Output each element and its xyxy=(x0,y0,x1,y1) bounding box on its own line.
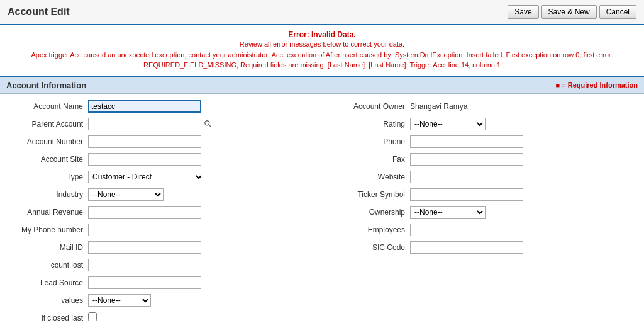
fax-row: Fax xyxy=(328,152,638,167)
annual-revenue-row: Annual Revenue xyxy=(6,205,316,220)
error-title: Error: Invalid Data. xyxy=(8,30,636,39)
count-lost-input[interactable] xyxy=(88,259,201,271)
account-number-control xyxy=(88,135,316,148)
svg-line-1 xyxy=(209,125,211,127)
website-input[interactable] xyxy=(410,171,523,183)
ownership-label: Ownership xyxy=(328,208,410,217)
section-title: Account Information xyxy=(6,81,86,90)
sic-code-input[interactable] xyxy=(410,241,523,254)
sic-code-control xyxy=(410,241,638,254)
website-row: Website xyxy=(328,169,638,185)
ticker-symbol-input[interactable] xyxy=(410,188,523,201)
sic-code-row: SIC Code xyxy=(328,240,638,255)
industry-control: --None-- xyxy=(88,188,316,201)
mail-id-row: Mail ID xyxy=(6,240,316,255)
mail-id-control xyxy=(88,241,316,254)
phone-control xyxy=(410,135,638,148)
rating-label: Rating xyxy=(328,120,410,128)
count-lost-row: count lost xyxy=(6,258,316,273)
fax-control xyxy=(410,153,638,166)
lead-source-input[interactable] xyxy=(88,276,201,289)
ticker-symbol-row: Ticker Symbol xyxy=(328,187,638,202)
account-name-row: Account Name xyxy=(6,99,316,114)
annual-revenue-control xyxy=(88,206,316,219)
fax-label: Fax xyxy=(328,155,410,164)
annual-revenue-label: Annual Revenue xyxy=(6,208,88,217)
ownership-control: --None-- Public Private Subsidiary Other xyxy=(410,206,638,219)
page-title: Account Edit xyxy=(8,6,70,18)
if-closed-last-row: if closed last xyxy=(6,310,316,326)
header-buttons: Save Save & New Cancel xyxy=(508,5,636,19)
values-select[interactable]: --None-- xyxy=(88,294,151,307)
rating-control: --None-- Hot Warm Cold xyxy=(410,118,638,130)
cancel-button[interactable]: Cancel xyxy=(599,5,636,19)
svg-point-0 xyxy=(205,120,209,125)
website-label: Website xyxy=(328,173,410,181)
lead-source-control xyxy=(88,276,316,289)
ownership-select[interactable]: --None-- Public Private Subsidiary Other xyxy=(410,206,486,219)
if-closed-last-checkbox[interactable] xyxy=(88,312,97,321)
form-columns: Account Name Parent Account xyxy=(0,99,644,331)
account-number-input[interactable] xyxy=(88,135,201,148)
phone-label: Phone xyxy=(328,137,410,146)
type-control: --None-- Analyst Competitor Customer Cus… xyxy=(88,171,316,183)
account-number-row: Account Number xyxy=(6,134,316,149)
parent-account-input[interactable] xyxy=(88,118,201,130)
account-name-control xyxy=(88,100,316,113)
fax-input[interactable] xyxy=(410,153,523,166)
save-new-button[interactable]: Save & New xyxy=(541,5,597,19)
account-owner-control: Shangavi Ramya xyxy=(410,102,638,111)
account-site-control xyxy=(88,153,316,166)
lead-source-label: Lead Source xyxy=(6,278,88,287)
parent-account-lookup-icon[interactable] xyxy=(203,119,213,129)
ticker-symbol-control xyxy=(410,188,638,201)
my-phone-input[interactable] xyxy=(88,224,201,236)
mail-id-label: Mail ID xyxy=(6,243,88,252)
error-line2: Apex trigger Acc caused an unexpected ex… xyxy=(8,50,636,71)
my-phone-control xyxy=(88,224,316,236)
section-header: Account Information ■ = Required Informa… xyxy=(0,76,644,94)
employees-input[interactable] xyxy=(410,224,523,236)
phone-input[interactable] xyxy=(410,135,523,148)
count-lost-label: count lost xyxy=(6,261,88,270)
industry-row: Industry --None-- xyxy=(6,187,316,202)
phone-row: Phone xyxy=(328,134,638,149)
type-select[interactable]: --None-- Analyst Competitor Customer Cus… xyxy=(88,171,204,183)
account-site-label: Account Site xyxy=(6,155,88,164)
industry-select[interactable]: --None-- xyxy=(88,188,164,201)
rating-row: Rating --None-- Hot Warm Cold xyxy=(328,117,638,132)
error-line1: Review all error messages below to corre… xyxy=(8,39,636,50)
save-button[interactable]: Save xyxy=(508,5,538,19)
all-opps-closed-row: All Opps Closed xyxy=(6,328,316,331)
ownership-row: Ownership --None-- Public Private Subsid… xyxy=(328,205,638,220)
account-number-label: Account Number xyxy=(6,137,88,146)
account-site-input[interactable] xyxy=(88,153,201,166)
right-column: Account Owner Shangavi Ramya Rating --No… xyxy=(322,99,644,331)
employees-row: Employees xyxy=(328,222,638,237)
account-site-row: Account Site xyxy=(6,152,316,167)
annual-revenue-input[interactable] xyxy=(88,206,201,219)
mail-id-input[interactable] xyxy=(88,241,201,254)
rating-select[interactable]: --None-- Hot Warm Cold xyxy=(410,118,486,130)
if-closed-last-label: if closed last xyxy=(6,314,88,322)
parent-account-control xyxy=(88,118,316,130)
my-phone-row: My Phone number xyxy=(6,222,316,237)
my-phone-label: My Phone number xyxy=(6,225,88,234)
required-legend: ■ = Required Information xyxy=(556,81,638,89)
lead-source-row: Lead Source xyxy=(6,275,316,290)
form-body: Account Name Parent Account xyxy=(0,94,644,331)
account-name-input[interactable] xyxy=(88,100,201,113)
values-control: --None-- xyxy=(88,294,316,307)
type-label: Type xyxy=(6,173,88,181)
page-header: Account Edit Save Save & New Cancel xyxy=(0,0,644,25)
error-block: Error: Invalid Data. Review all error me… xyxy=(0,25,644,76)
account-name-label: Account Name xyxy=(6,102,88,111)
website-control xyxy=(410,171,638,183)
parent-account-label: Parent Account xyxy=(6,120,88,128)
account-owner-row: Account Owner Shangavi Ramya xyxy=(328,99,638,114)
sic-code-label: SIC Code xyxy=(328,243,410,252)
employees-label: Employees xyxy=(328,225,410,234)
count-lost-control xyxy=(88,259,316,271)
employees-control xyxy=(410,224,638,236)
if-closed-last-control xyxy=(88,312,316,323)
